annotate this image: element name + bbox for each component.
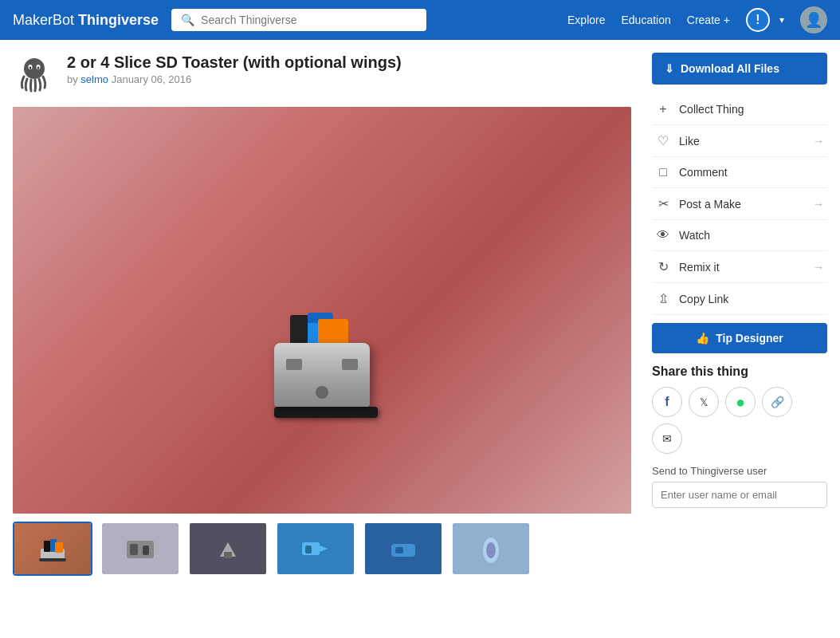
svg-point-3	[29, 67, 31, 69]
svg-point-4	[37, 67, 39, 69]
svg-rect-7	[44, 541, 50, 552]
email-icon: ✉	[662, 432, 672, 445]
header: MakerBot Thingiverse 🔍 Explore Education…	[0, 0, 840, 40]
link-icon: 🔗	[771, 396, 784, 408]
svg-point-0	[24, 58, 45, 79]
thumb2-icon	[120, 534, 160, 563]
nav-education[interactable]: Education	[622, 14, 671, 26]
thumbnail-3[interactable]	[188, 522, 268, 576]
header-nav: Explore Education Create + ! ▾ 👤	[567, 6, 827, 33]
collect-icon: +	[655, 102, 671, 116]
thing-date: January 06, 2016	[112, 73, 191, 85]
remix-icon: ↻	[655, 259, 671, 274]
facebook-share-button[interactable]: f	[652, 387, 682, 417]
avatar[interactable]: 👤	[800, 6, 827, 33]
image-placeholder	[13, 107, 631, 514]
thumbnail-4[interactable]	[276, 522, 355, 576]
thumbnail-6[interactable]	[451, 522, 531, 576]
thing-meta: by selmo January 06, 2016	[67, 73, 402, 85]
whatsapp-icon: ●	[736, 393, 745, 412]
thing-title-block: 2 or 4 Slice SD Toaster (with optional w…	[67, 53, 402, 85]
svg-rect-15	[305, 545, 312, 553]
post-make-action[interactable]: ✂ Post a Make →	[652, 188, 827, 220]
toaster-base	[274, 407, 378, 418]
thumb3-icon	[208, 534, 248, 563]
search-bar[interactable]: 🔍	[171, 9, 426, 31]
share-icon: ⇫	[655, 291, 671, 306]
thumb5-icon	[383, 534, 423, 563]
send-input[interactable]	[652, 482, 827, 508]
scissors-icon: ✂	[655, 196, 671, 211]
thumb4-icon	[296, 534, 336, 563]
twitter-icon: 𝕏	[700, 396, 708, 408]
like-action[interactable]: ♡ Like →	[652, 125, 827, 157]
thumbnail-2[interactable]	[100, 522, 180, 576]
svg-rect-12	[143, 545, 149, 555]
watch-action[interactable]: 👁 Watch	[652, 220, 827, 251]
tip-designer-button[interactable]: 👍 Tip Designer	[652, 323, 827, 353]
tip-icon: 👍	[696, 332, 709, 345]
nav-create[interactable]: Create	[687, 14, 720, 26]
svg-rect-6	[39, 558, 66, 561]
twitter-share-button[interactable]: 𝕏	[689, 387, 719, 417]
nav-explore[interactable]: Explore	[567, 14, 605, 26]
author-link[interactable]: selmo	[80, 73, 108, 85]
comment-icon: □	[655, 165, 671, 179]
right-panel: ⇓ Download All Files + Collect Thing ♡ L…	[644, 53, 827, 625]
svg-point-19	[486, 542, 496, 558]
svg-rect-9	[55, 542, 63, 553]
download-button[interactable]: ⇓ Download All Files	[652, 53, 827, 85]
logo: MakerBot Thingiverse	[13, 12, 159, 29]
post-make-arrow-icon: →	[813, 198, 824, 211]
link-share-button[interactable]: 🔗	[762, 387, 792, 417]
left-panel: 2 or 4 Slice SD Toaster (with optional w…	[13, 53, 644, 625]
svg-rect-11	[130, 544, 138, 555]
remix-arrow-icon: →	[813, 261, 824, 274]
svg-rect-17	[395, 547, 403, 553]
main-content: 2 or 4 Slice SD Toaster (with optional w…	[0, 40, 840, 638]
email-share-button[interactable]: ✉	[652, 423, 682, 454]
thing-logo-icon	[13, 53, 56, 96]
whatsapp-share-button[interactable]: ●	[725, 387, 756, 417]
thumbnail-1[interactable]	[13, 522, 92, 576]
share-icons-group: f 𝕏 ● 🔗 ✉	[652, 387, 827, 454]
copy-link-action[interactable]: ⇫ Copy Link	[652, 283, 827, 315]
collect-thing-action[interactable]: + Collect Thing	[652, 94, 827, 125]
chevron-down-icon[interactable]: ▾	[779, 14, 784, 26]
thing-title: 2 or 4 Slice SD Toaster (with optional w…	[67, 53, 402, 72]
nav-create-group[interactable]: Create +	[687, 14, 730, 26]
thing-header: 2 or 4 Slice SD Toaster (with optional w…	[13, 53, 631, 96]
notifications-button[interactable]: !	[746, 8, 770, 32]
remix-action[interactable]: ↻ Remix it →	[652, 251, 827, 283]
thumbnails-row	[13, 522, 631, 576]
thumb6-icon	[471, 534, 511, 563]
comment-action[interactable]: □ Comment	[652, 157, 827, 188]
main-image	[13, 107, 631, 514]
logo-makerbot: MakerBot Thingiverse	[13, 12, 159, 29]
toaster-model	[274, 343, 370, 418]
search-icon: 🔍	[181, 14, 194, 26]
send-label: Send to Thingiverse user	[652, 465, 827, 477]
octopus-icon	[13, 53, 56, 96]
eye-icon: 👁	[655, 228, 671, 242]
share-title: Share this thing	[652, 364, 827, 379]
send-section: Send to Thingiverse user	[652, 465, 827, 508]
thumb1-icon	[33, 534, 73, 563]
facebook-icon: f	[665, 395, 669, 409]
toaster-body	[274, 343, 370, 407]
create-plus-icon: +	[724, 14, 730, 26]
tablecloth-bg	[13, 107, 631, 514]
search-input[interactable]	[201, 14, 417, 26]
like-arrow-icon: →	[813, 135, 824, 148]
download-icon: ⇓	[665, 62, 674, 75]
thumbnail-5[interactable]	[363, 522, 443, 576]
svg-rect-13	[224, 552, 232, 558]
heart-icon: ♡	[655, 133, 671, 148]
